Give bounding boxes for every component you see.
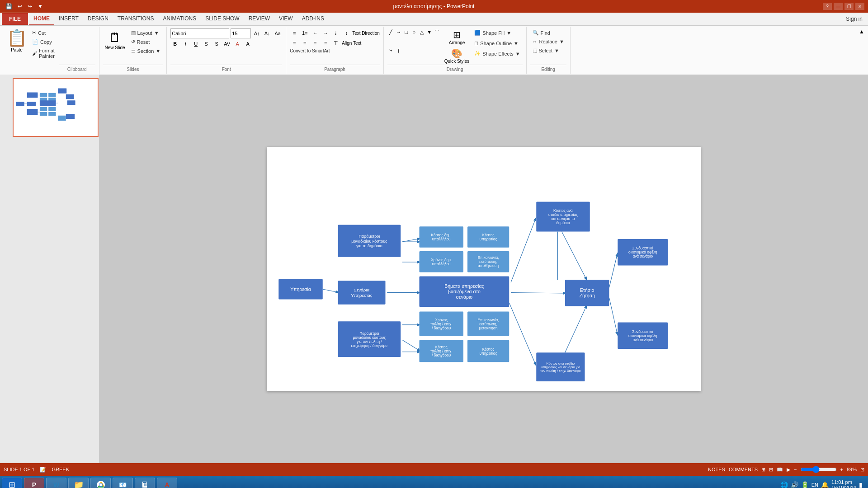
clear-format-button[interactable]: Aa <box>273 29 282 38</box>
shape-triangle[interactable]: △ <box>418 28 425 36</box>
reading-view-button[interactable]: 📖 <box>777 467 783 473</box>
align-text-dropdown[interactable]: Align Text <box>342 41 361 46</box>
select-button[interactable]: ⬚ Select ▼ <box>530 46 566 55</box>
align-text-button[interactable]: ⊤ <box>331 38 340 47</box>
box-comms-storage[interactable]: Επικοινωνία,εκτύπωση,αποθήκευση <box>467 251 509 272</box>
zoom-in-button[interactable]: + <box>840 467 843 472</box>
slide-canvas[interactable]: Υπηρεσία ΣενάριαΥπηρεσίας Παράμετροιμονα… <box>267 147 701 391</box>
section-button[interactable]: ☰ Section ▼ <box>129 47 163 55</box>
increase-font-button[interactable]: A↑ <box>252 29 261 38</box>
close-button[interactable]: ✕ <box>855 3 864 10</box>
taskbar-app-word[interactable]: W <box>46 478 66 488</box>
shape-effects-button[interactable]: ✨ Shape Effects ▼ <box>472 49 522 58</box>
redo-button[interactable]: ↪ <box>26 2 34 10</box>
show-desktop-button[interactable]: ▮ <box>859 481 863 488</box>
shape-outline-button[interactable]: ◻ Shape Outline ▼ <box>472 39 522 47</box>
box-params-public[interactable]: Παράμετροιμοναδιαίου κόστουςγια το δημόσ… <box>338 225 401 257</box>
spell-check-icon[interactable]: 📝 <box>40 467 46 473</box>
box-cost-service-top[interactable]: Κόστοςυπηρεσίας <box>467 226 509 248</box>
bold-button[interactable]: B <box>170 39 179 48</box>
strikethrough-button[interactable]: S <box>202 39 211 48</box>
collapse-ribbon-button[interactable]: ▲ <box>857 27 866 37</box>
font-name-input[interactable] <box>170 28 229 38</box>
text-shadow-button[interactable]: S <box>212 39 221 48</box>
paste-button[interactable]: 📋 <box>5 28 28 47</box>
box-cost-official[interactable]: Κόστος δημ.υπαλλήλου <box>420 226 464 248</box>
bullets-button[interactable]: ≡ <box>290 28 299 38</box>
shape-more[interactable]: ▼ <box>426 28 433 36</box>
columns-button[interactable]: ⫶ <box>331 28 340 38</box>
tab-review[interactable]: REVIEW <box>244 13 274 25</box>
shape-oval[interactable]: ○ <box>410 28 418 36</box>
slide-area[interactable]: Υπηρεσία ΣενάριαΥπηρεσίας Παράμετροιμονα… <box>99 75 868 463</box>
increase-indent-button[interactable]: → <box>321 28 330 38</box>
box-time-official[interactable]: Χρόνος δημ.υπαλλήλου <box>420 251 464 272</box>
box-service[interactable]: Υπηρεσία <box>278 279 323 300</box>
underline-button[interactable]: U <box>191 39 200 48</box>
shape-fill-button[interactable]: 🟦 Shape Fill ▼ <box>472 28 522 37</box>
tab-file[interactable]: FILE <box>2 13 28 25</box>
new-slide-button[interactable]: 🗒 New Slide <box>103 28 127 52</box>
tab-design[interactable]: DESIGN <box>83 13 113 25</box>
notes-button[interactable]: NOTES <box>708 467 725 472</box>
copy-button[interactable]: 📄 Copy <box>30 38 57 46</box>
tab-insert[interactable]: INSERT <box>54 13 83 25</box>
box-combined-benefit-top[interactable]: Συνδυαστικάοικονομικά οφέληανά σενάριο <box>618 239 668 266</box>
save-button[interactable]: 💾 <box>4 2 14 10</box>
convert-smartart-button[interactable]: Convert to SmartArt <box>290 48 330 53</box>
tab-slideshow[interactable]: SLIDE SHOW <box>201 13 244 25</box>
taskbar-app-explorer[interactable]: 📁 <box>68 478 89 488</box>
cut-button[interactable]: ✂ Cut <box>30 28 57 37</box>
fit-window-button[interactable]: ⊡ <box>860 467 864 473</box>
taskbar-app-calculator[interactable]: 🖩 <box>135 478 155 488</box>
comments-button[interactable]: COMMENTS <box>729 467 758 472</box>
customize-button[interactable]: ▼ <box>36 2 45 10</box>
restore-button[interactable]: ❐ <box>844 3 854 10</box>
numbering-button[interactable]: 1≡ <box>300 28 309 38</box>
font-size-input[interactable] <box>231 28 251 38</box>
start-button[interactable]: ⊞ <box>2 478 22 488</box>
tab-view[interactable]: VIEW <box>274 13 297 25</box>
minimize-button[interactable]: — <box>834 3 843 10</box>
normal-view-button[interactable]: ⊞ <box>761 467 765 473</box>
language-indicator[interactable]: EN <box>811 482 818 488</box>
zoom-out-button[interactable]: − <box>794 467 797 472</box>
shape-rect[interactable]: □ <box>403 28 410 36</box>
reset-button[interactable]: ↺ Reset <box>129 38 163 46</box>
decrease-indent-button[interactable]: ← <box>311 28 320 38</box>
box-cost-citizen[interactable]: Κόστοςπολίτη / επιχ./ δικηγόρου <box>420 340 464 362</box>
font-color-button[interactable]: A <box>233 39 242 48</box>
decrease-font-button[interactable]: A↓ <box>263 29 272 38</box>
slideshow-button[interactable]: ▶ <box>787 467 790 473</box>
box-comms-transport[interactable]: Επικοινωνία,εκτύπωση,μετακίνηση <box>467 312 509 336</box>
italic-button[interactable]: I <box>181 39 190 48</box>
taskbar-app-outlook[interactable]: 📧 <box>113 478 133 488</box>
shape-connector[interactable]: ⤷ <box>387 47 395 54</box>
box-steps[interactable]: Βήματα υπηρεσίαςβασιζόμενα στοσενάριο <box>420 277 509 307</box>
layout-button[interactable]: ▤ Layout ▼ <box>129 28 163 37</box>
align-left-button[interactable]: ≡ <box>290 38 299 47</box>
shape-bracket[interactable]: { <box>395 47 402 54</box>
box-combined-benefit-bottom[interactable]: Συνδυαστικάοικονομικά οφέληανά σενάριο <box>618 323 668 349</box>
format-painter-button[interactable]: 🖌 Format Painter <box>30 47 57 60</box>
shape-line[interactable]: ╱ <box>387 28 395 36</box>
box-params-citizen[interactable]: Παράμετροιμοναδιαίου κόστουςγια τον πολί… <box>338 321 401 357</box>
replace-button[interactable]: ↔ Replace ▼ <box>530 38 566 46</box>
align-center-button[interactable]: ≡ <box>300 38 309 47</box>
box-time-citizen[interactable]: Χρόνοςπολίτη / επιχ./ δικηγόρου <box>420 312 464 336</box>
tab-animations[interactable]: ANIMATIONS <box>158 13 201 25</box>
box-cost-per-stage-public[interactable]: Κόστος ανάστάδιο υπηρεσίαςκαι σενάρια το… <box>536 202 590 232</box>
taskbar-app-powerpoint[interactable]: P <box>24 478 44 488</box>
notification-icon[interactable]: 🔔 <box>821 481 829 488</box>
slide-thumbnail-1[interactable] <box>13 78 99 137</box>
arrange-button[interactable]: ⊞ Arrange <box>443 28 471 46</box>
tab-addins[interactable]: ADD-INS <box>297 13 329 25</box>
slide-sorter-button[interactable]: ⊟ <box>769 467 773 473</box>
quick-styles-button[interactable]: 🎨 Quick Styles <box>443 47 471 65</box>
shape-arrow[interactable]: → <box>395 28 402 36</box>
taskbar-app-chrome[interactable] <box>90 478 111 488</box>
tab-home[interactable]: HOME <box>29 13 54 25</box>
taskbar-app-acrobat[interactable]: A <box>157 478 177 488</box>
text-direction-button[interactable]: Text Direction <box>352 31 380 36</box>
network-icon[interactable]: 🌐 <box>780 481 788 488</box>
